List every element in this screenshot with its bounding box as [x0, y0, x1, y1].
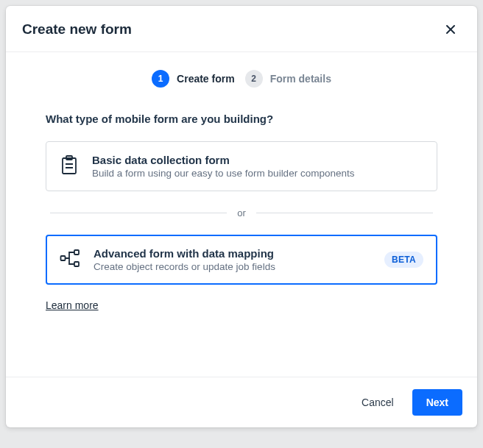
step-create-form: 1 Create form — [152, 70, 235, 88]
modal-body: 1 Create form 2 Form details What type o… — [6, 52, 477, 333]
option-subtitle: Build a form using our easy to use form … — [92, 168, 423, 179]
question-heading: What type of mobile form are you buildin… — [46, 113, 437, 125]
step-label: Create form — [177, 73, 235, 85]
beta-badge: BETA — [384, 252, 423, 268]
modal-header: Create new form — [6, 6, 477, 52]
option-advanced-form[interactable]: Advanced form with data mapping Create o… — [46, 235, 437, 285]
data-mapping-icon — [60, 249, 80, 271]
cancel-button[interactable]: Cancel — [348, 389, 408, 416]
option-title: Basic data collection form — [92, 154, 423, 166]
or-divider: or — [50, 207, 433, 218]
modal-footer: Cancel Next — [6, 377, 477, 427]
close-icon — [445, 24, 456, 35]
svg-rect-6 — [61, 256, 66, 260]
modal-title: Create new form — [22, 21, 132, 38]
divider-line — [50, 213, 227, 213]
create-form-modal: Create new form 1 Create form 2 Form det… — [6, 6, 477, 427]
svg-rect-7 — [74, 250, 79, 255]
clipboard-icon — [60, 154, 79, 178]
option-title: Advanced form with data mapping — [94, 247, 371, 260]
step-number: 2 — [245, 70, 263, 88]
step-form-details: 2 Form details — [245, 70, 331, 88]
option-text: Basic data collection form Build a form … — [92, 154, 423, 179]
stepper: 1 Create form 2 Form details — [46, 70, 437, 88]
svg-rect-2 — [63, 158, 76, 174]
close-button[interactable] — [440, 19, 461, 40]
divider-text: or — [237, 207, 246, 218]
option-subtitle: Create object records or update job fiel… — [94, 261, 371, 272]
learn-more-link[interactable]: Learn more — [46, 299, 99, 311]
option-basic-form[interactable]: Basic data collection form Build a form … — [46, 141, 437, 191]
divider-line — [256, 213, 433, 213]
step-label: Form details — [270, 73, 331, 85]
step-number: 1 — [152, 70, 169, 88]
option-text: Advanced form with data mapping Create o… — [94, 247, 371, 272]
next-button[interactable]: Next — [412, 389, 462, 416]
svg-rect-8 — [74, 262, 79, 266]
